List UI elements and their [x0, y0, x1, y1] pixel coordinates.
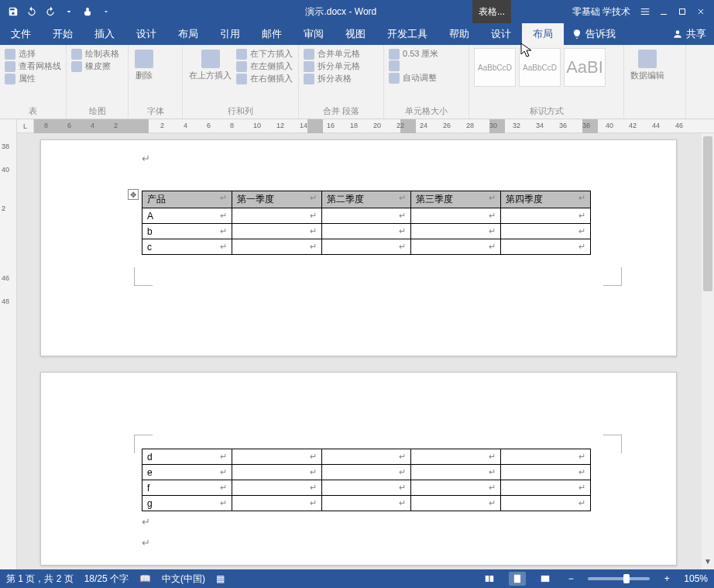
merge-cells-button[interactable]: 合并单元格: [318, 48, 360, 60]
web-layout-button[interactable]: [537, 572, 554, 586]
insert-right-button[interactable]: 在右侧插入: [250, 73, 293, 84]
row-height-input[interactable]: 0.53 厘米: [403, 48, 438, 60]
eraser-button[interactable]: 橡皮擦: [85, 60, 111, 72]
language-indicator[interactable]: 中文(中国): [162, 573, 205, 586]
insert-above-button[interactable]: 在上方插入: [189, 70, 232, 81]
group-draw-label: 绘图: [71, 104, 123, 117]
tab-file[interactable]: 文件: [0, 23, 42, 45]
insert-below-button[interactable]: 在下方插入: [250, 48, 293, 60]
zoom-slider[interactable]: [588, 577, 650, 580]
minimize-button[interactable]: [655, 3, 672, 20]
tab-insert[interactable]: 插入: [84, 23, 125, 45]
table-row: c↵↵↵↵↵: [142, 239, 591, 255]
ribbon: 选择 查看网格线 属性 表 绘制表格 橡皮擦 绘图 删除 字体 在上方插入 在下…: [0, 45, 714, 119]
zoom-level[interactable]: 105%: [684, 573, 708, 584]
scroll-down-icon[interactable]: ▼: [702, 557, 714, 569]
document-table-1[interactable]: 产品↵ 第一季度↵ 第二季度↵ 第三季度↵ 第四季度↵ A↵↵↵↵↵ b↵↵↵↵…: [142, 191, 591, 255]
status-bar: 第 1 页，共 2 页 18/25 个字 📖 中文(中国) ▦ − + 105%: [0, 569, 714, 588]
insert-left-button[interactable]: 在左侧插入: [250, 60, 293, 72]
style-preview-2[interactable]: AaBbCcD: [519, 48, 561, 87]
group-cell-size-label: 单元格大小: [389, 104, 464, 117]
tab-references[interactable]: 引用: [209, 23, 251, 45]
table-row: b↵↵↵↵↵: [142, 224, 591, 239]
view-gridlines-button[interactable]: 查看网格线: [19, 60, 61, 72]
table-move-handle[interactable]: ✥: [128, 189, 139, 200]
qat-customize-button[interactable]: [98, 3, 115, 20]
redo-button[interactable]: [42, 3, 59, 20]
tell-me-label: 告诉我: [585, 27, 616, 41]
title-bar: 演示.docx - Word 表格... 零基础 学技术: [0, 0, 714, 23]
document-table-2[interactable]: d↵↵↵↵↵ e↵↵↵↵↵ f↵↵↵↵↵ g↵↵↵↵↵: [142, 449, 591, 511]
print-layout-button[interactable]: [509, 572, 526, 586]
table-row: g↵↵↵↵↵: [142, 496, 591, 511]
tab-selector[interactable]: L: [17, 119, 34, 133]
qat-more-button[interactable]: [60, 3, 77, 20]
data-edit-button[interactable]: 数据编辑: [630, 70, 664, 81]
tab-help[interactable]: 帮助: [438, 23, 480, 45]
group-table-label: 表: [5, 104, 61, 117]
ribbon-options-button[interactable]: [637, 3, 654, 20]
properties-button[interactable]: 属性: [19, 73, 36, 84]
page-indicator[interactable]: 第 1 页，共 2 页: [6, 573, 74, 586]
ribbon-tabs: 文件 开始 插入 设计 布局 引用 邮件 审阅 视图 开发工具 帮助 设计 布局…: [0, 23, 714, 45]
page-2[interactable]: d↵↵↵↵↵ e↵↵↵↵↵ f↵↵↵↵↵ g↵↵↵↵↵ ↵ ↵: [40, 372, 677, 566]
split-cells-button[interactable]: 拆分单元格: [318, 60, 360, 72]
delete-button[interactable]: 删除: [136, 70, 153, 81]
close-button[interactable]: [692, 3, 709, 20]
horizontal-ruler[interactable]: L 8 6 4 2 2 4 6 8 10 12 14 16 18 20 22 2…: [17, 119, 714, 133]
group-align-label: 标识方式: [474, 104, 619, 117]
page-1[interactable]: ↵ ✥ 产品↵ 第一季度↵ 第二季度↵ 第三季度↵ 第四季度↵: [40, 139, 677, 356]
vertical-ruler[interactable]: 38 40 2 46 48: [0, 119, 17, 569]
zoom-out-button[interactable]: −: [565, 573, 577, 584]
quick-access-toolbar: [5, 3, 115, 20]
scroll-thumb[interactable]: [703, 136, 712, 291]
group-rows-cols-label: 行和列: [187, 104, 293, 117]
table-row: f↵↵↵↵↵: [142, 480, 591, 496]
tab-table-layout[interactable]: 布局: [522, 23, 564, 45]
tab-mailings[interactable]: 邮件: [251, 23, 293, 45]
tab-review[interactable]: 审阅: [293, 23, 335, 45]
table-row: e↵↵↵↵↵: [142, 465, 591, 480]
style-preview-3[interactable]: AaBI: [564, 48, 606, 87]
save-button[interactable]: [5, 3, 22, 20]
tab-home[interactable]: 开始: [42, 23, 84, 45]
style-preview-1[interactable]: AaBbCcD: [474, 48, 516, 87]
select-button[interactable]: 选择: [19, 48, 36, 60]
read-mode-button[interactable]: [481, 572, 498, 586]
split-table-button[interactable]: 拆分表格: [318, 73, 352, 84]
share-label: 共享: [686, 27, 706, 41]
macro-icon[interactable]: ▦: [216, 573, 225, 584]
table-row: d↵↵↵↵↵: [142, 449, 591, 465]
autofit-button[interactable]: 自动调整: [403, 72, 437, 84]
zoom-in-button[interactable]: +: [661, 573, 673, 584]
spellcheck-icon[interactable]: 📖: [139, 573, 151, 584]
tell-me[interactable]: 告诉我: [564, 23, 623, 45]
tab-developer[interactable]: 开发工具: [376, 23, 438, 45]
document-area: 38 40 2 46 48 L 8 6 4 2 2 4 6 8 10 12 14…: [0, 119, 714, 569]
paragraph-mark: ↵: [142, 537, 622, 548]
tab-view[interactable]: 视图: [335, 23, 376, 45]
table-row: A↵↵↵↵↵: [142, 208, 591, 224]
tab-table-design[interactable]: 设计: [480, 23, 522, 45]
undo-button[interactable]: [23, 3, 40, 20]
word-count[interactable]: 18/25 个字: [84, 573, 129, 586]
tab-layout[interactable]: 布局: [167, 23, 209, 45]
vertical-scrollbar[interactable]: ▲ ▼: [702, 133, 714, 569]
touch-mode-button[interactable]: [79, 3, 96, 20]
group-merge-label: 合并 段落: [304, 104, 379, 117]
share-button[interactable]: 共享: [664, 23, 714, 45]
tab-design[interactable]: 设计: [125, 23, 167, 45]
paragraph-mark: ↵: [142, 516, 622, 528]
maximize-button[interactable]: [674, 3, 691, 20]
paragraph-mark: ↵: [142, 153, 622, 164]
draw-table-button[interactable]: 绘制表格: [85, 48, 119, 60]
group-font-label: 字体: [133, 104, 177, 117]
account-label[interactable]: 零基础 学技术: [568, 4, 635, 20]
table-tools-context-tab[interactable]: 表格...: [472, 0, 511, 23]
